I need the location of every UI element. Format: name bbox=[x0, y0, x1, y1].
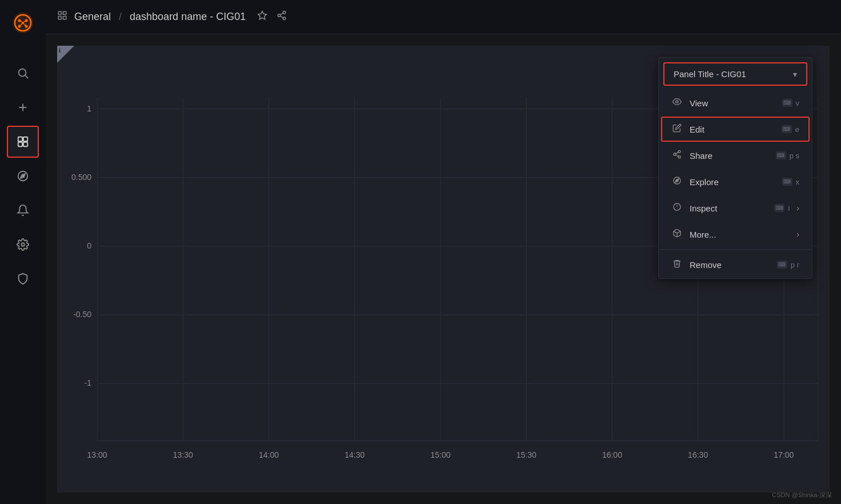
svg-marker-69 bbox=[675, 179, 679, 182]
grafana-logo[interactable] bbox=[0, 0, 46, 46]
svg-marker-19 bbox=[21, 174, 25, 178]
svg-text:14:00: 14:00 bbox=[259, 450, 279, 459]
menu-item-view-label: View bbox=[690, 98, 775, 108]
header-actions bbox=[257, 10, 287, 23]
menu-item-explore-label: Explore bbox=[690, 177, 775, 187]
eye-icon bbox=[671, 97, 683, 109]
chevron-down-icon: ▾ bbox=[793, 70, 797, 79]
svg-rect-16 bbox=[18, 142, 22, 146]
sidebar-item-search[interactable] bbox=[7, 57, 39, 89]
svg-marker-25 bbox=[258, 11, 267, 19]
top-header: General / dashboard name - CIG01 bbox=[46, 0, 841, 34]
svg-point-26 bbox=[283, 11, 286, 14]
svg-rect-17 bbox=[23, 142, 27, 146]
sidebar bbox=[0, 0, 46, 504]
menu-item-remove-label: Remove bbox=[690, 260, 770, 270]
svg-point-62 bbox=[676, 101, 678, 103]
menu-item-edit-shortcut: ⌨ e bbox=[782, 125, 799, 134]
svg-rect-24 bbox=[63, 17, 66, 19]
compass-icon bbox=[671, 176, 683, 187]
menu-item-remove[interactable]: Remove ⌨ p r bbox=[661, 252, 810, 277]
chevron-right-icon: › bbox=[796, 203, 799, 213]
svg-text:15:30: 15:30 bbox=[516, 450, 536, 459]
menu-item-more-label: More... bbox=[690, 230, 790, 239]
menu-item-share[interactable]: Share ⌨ p s bbox=[661, 143, 810, 168]
footer-brand: CSDN @Shinka-深深 bbox=[772, 491, 832, 499]
share-button[interactable] bbox=[277, 10, 287, 23]
svg-text:-0.50: -0.50 bbox=[73, 310, 91, 319]
kbd-icon: ⌨ bbox=[782, 125, 792, 133]
svg-rect-21 bbox=[58, 11, 61, 14]
panel-menu-title: Panel Title - CIG01 bbox=[674, 69, 746, 79]
svg-rect-14 bbox=[18, 137, 22, 141]
svg-text:15:00: 15:00 bbox=[430, 450, 450, 459]
svg-text:13:00: 13:00 bbox=[87, 450, 107, 459]
main-content: General / dashboard name - CIG01 i bbox=[46, 0, 841, 504]
menu-item-more[interactable]: More... › bbox=[661, 222, 810, 247]
menu-item-explore-shortcut: ⌨ x bbox=[782, 178, 800, 186]
svg-text:1: 1 bbox=[87, 104, 91, 113]
svg-point-10 bbox=[19, 69, 26, 77]
svg-line-66 bbox=[676, 155, 679, 157]
sidebar-item-explore[interactable] bbox=[7, 160, 39, 192]
svg-point-28 bbox=[283, 17, 286, 20]
menu-item-edit[interactable]: Edit ⌨ e bbox=[661, 117, 810, 142]
menu-item-edit-label: Edit bbox=[690, 125, 775, 134]
svg-rect-22 bbox=[63, 11, 66, 14]
menu-item-view[interactable]: View ⌨ v bbox=[661, 90, 810, 115]
star-button[interactable] bbox=[257, 10, 267, 23]
sidebar-item-dashboards[interactable] bbox=[7, 126, 39, 158]
menu-item-inspect-shortcut: ⌨ i bbox=[774, 204, 790, 213]
kbd-icon: ⌨ bbox=[776, 151, 786, 159]
menu-item-inspect-label: Inspect bbox=[690, 203, 767, 213]
svg-text:17:00: 17:00 bbox=[774, 450, 794, 459]
svg-line-29 bbox=[281, 16, 283, 18]
svg-text:16:00: 16:00 bbox=[602, 450, 622, 459]
grid-icon bbox=[57, 10, 67, 23]
menu-item-explore[interactable]: Explore ⌨ x bbox=[661, 169, 810, 194]
context-menu: Panel Title - CIG01 ▾ View ⌨ v bbox=[658, 57, 812, 279]
dashboard-area: i bbox=[46, 34, 841, 504]
kbd-icon: ⌨ bbox=[782, 178, 792, 186]
menu-divider bbox=[659, 249, 812, 250]
svg-line-11 bbox=[25, 75, 28, 78]
panel: i bbox=[57, 46, 830, 493]
kbd-icon: ⌨ bbox=[777, 261, 787, 269]
svg-text:13:30: 13:30 bbox=[173, 450, 193, 459]
svg-line-30 bbox=[281, 13, 283, 15]
menu-item-view-shortcut: ⌨ v bbox=[782, 99, 800, 107]
breadcrumb-general[interactable]: General bbox=[74, 11, 111, 23]
svg-point-65 bbox=[678, 156, 680, 158]
trash-icon bbox=[671, 259, 683, 270]
sidebar-item-admin[interactable] bbox=[7, 263, 39, 295]
svg-line-67 bbox=[676, 152, 679, 154]
menu-item-share-label: Share bbox=[690, 151, 769, 161]
panel-info-icon: i bbox=[59, 47, 61, 54]
breadcrumb-separator: / bbox=[119, 11, 122, 23]
pencil-icon bbox=[671, 123, 683, 135]
breadcrumb-dashboard[interactable]: dashboard name - CIG01 bbox=[130, 11, 246, 23]
sidebar-item-settings[interactable] bbox=[7, 229, 39, 261]
panel-menu-header[interactable]: Panel Title - CIG01 ▾ bbox=[663, 62, 807, 86]
menu-item-inspect[interactable]: Inspect ⌨ i › bbox=[661, 195, 810, 221]
share-icon bbox=[671, 150, 683, 161]
svg-text:14:30: 14:30 bbox=[345, 450, 365, 459]
menu-item-remove-shortcut: ⌨ p r bbox=[777, 261, 799, 269]
svg-point-64 bbox=[674, 153, 676, 155]
svg-rect-23 bbox=[58, 17, 61, 19]
chevron-right-icon-more: › bbox=[796, 230, 799, 239]
sidebar-item-add[interactable] bbox=[7, 91, 39, 123]
svg-text:0: 0 bbox=[87, 241, 91, 250]
sidebar-item-alerting[interactable] bbox=[7, 194, 39, 226]
svg-point-27 bbox=[278, 14, 281, 17]
svg-text:16:30: 16:30 bbox=[688, 450, 708, 459]
cube-icon bbox=[671, 229, 683, 240]
svg-point-20 bbox=[21, 243, 25, 246]
kbd-icon: ⌨ bbox=[782, 99, 792, 107]
sidebar-nav bbox=[7, 57, 39, 504]
svg-rect-15 bbox=[23, 137, 27, 141]
svg-point-63 bbox=[678, 150, 680, 153]
svg-text:-1: -1 bbox=[85, 378, 92, 387]
menu-item-share-shortcut: ⌨ p s bbox=[776, 151, 799, 160]
info-icon bbox=[671, 202, 683, 214]
